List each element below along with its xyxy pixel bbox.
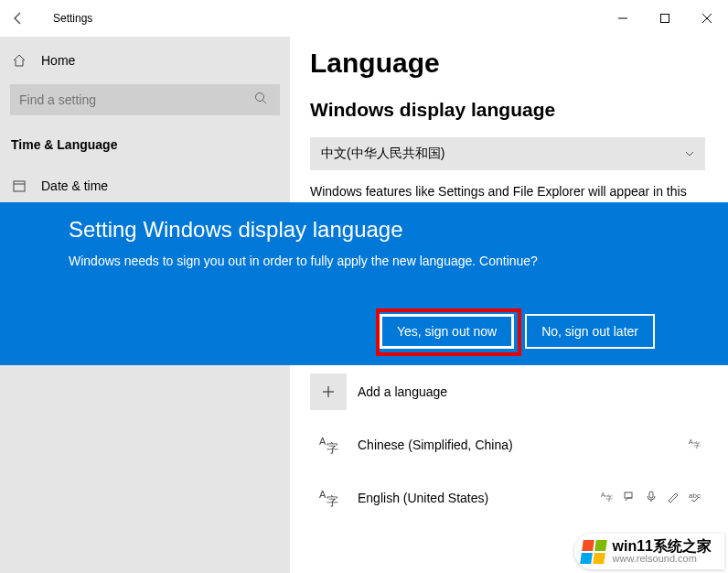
handwriting-icon — [665, 490, 681, 505]
spellcheck-icon: abc — [687, 490, 703, 505]
svg-point-4 — [256, 93, 264, 102]
language-icon: A字 — [310, 427, 347, 463]
sidebar-section-label: Time & Language — [0, 115, 290, 152]
display-language-dropdown[interactable]: 中文(中华人民共和国) — [310, 137, 705, 170]
svg-rect-19 — [649, 492, 653, 498]
dialog-title: Setting Windows display language — [69, 217, 659, 243]
sidebar-home-label: Home — [41, 53, 75, 68]
display-lang-icon: A字 — [599, 490, 616, 505]
svg-rect-6 — [14, 181, 25, 191]
svg-text:abc: abc — [689, 492, 701, 500]
language-row[interactable]: A字 Chinese (Simplified, China) A字 — [310, 427, 703, 463]
svg-text:字: 字 — [693, 441, 701, 449]
search-box[interactable] — [10, 84, 280, 115]
sidebar-item-label: Date & time — [41, 178, 108, 193]
language-name: Chinese (Simplified, China) — [358, 438, 687, 452]
dialog-text: Windows needs to sign you out in order t… — [69, 254, 659, 268]
language-row[interactable]: A字 English (United States) A字 abc — [310, 480, 703, 516]
speech-icon — [643, 490, 659, 505]
yes-signout-button[interactable]: Yes, sign out now — [380, 314, 514, 349]
sidebar-item-date-time[interactable]: Date & time — [0, 165, 290, 207]
page-title: Language — [310, 48, 708, 79]
svg-line-5 — [263, 101, 267, 104]
svg-text:字: 字 — [605, 494, 613, 503]
watermark-logo — [580, 540, 607, 564]
minimize-button[interactable] — [602, 0, 644, 37]
plus-icon — [310, 373, 347, 410]
close-button[interactable] — [686, 0, 728, 37]
language-icon: A字 — [310, 480, 347, 516]
home-icon — [12, 53, 28, 68]
language-features: A字 abc — [599, 490, 703, 505]
window-title: Settings — [53, 12, 92, 25]
svg-text:字: 字 — [327, 441, 338, 455]
titlebar: Settings — [0, 0, 728, 37]
svg-text:字: 字 — [327, 494, 338, 508]
watermark: win11系统之家 www.relsound.com — [574, 534, 724, 569]
add-language-row[interactable]: Add a language — [310, 373, 708, 410]
add-language-label: Add a language — [358, 384, 447, 399]
section-title: Windows display language — [310, 99, 708, 121]
tts-icon — [621, 490, 637, 505]
search-input[interactable] — [19, 92, 254, 107]
svg-text:A: A — [319, 436, 327, 447]
svg-text:A: A — [319, 489, 327, 500]
back-button[interactable] — [0, 0, 37, 37]
watermark-url: www.relsound.com — [613, 554, 712, 564]
svg-rect-18 — [625, 492, 632, 498]
search-icon — [254, 92, 271, 108]
no-signout-button[interactable]: No, sign out later — [525, 314, 655, 349]
chevron-down-icon — [685, 146, 694, 161]
language-name: English (United States) — [358, 491, 599, 505]
calendar-icon — [12, 178, 28, 193]
sidebar-home[interactable]: Home — [0, 37, 290, 84]
svg-rect-1 — [661, 15, 669, 23]
display-lang-icon: A字 — [687, 437, 703, 452]
watermark-title: win11系统之家 — [613, 539, 712, 554]
maximize-button[interactable] — [644, 0, 686, 37]
language-features: A字 — [687, 437, 703, 452]
signout-dialog: Setting Windows display language Windows… — [0, 202, 728, 365]
dropdown-value: 中文(中华人民共和国) — [321, 146, 444, 162]
